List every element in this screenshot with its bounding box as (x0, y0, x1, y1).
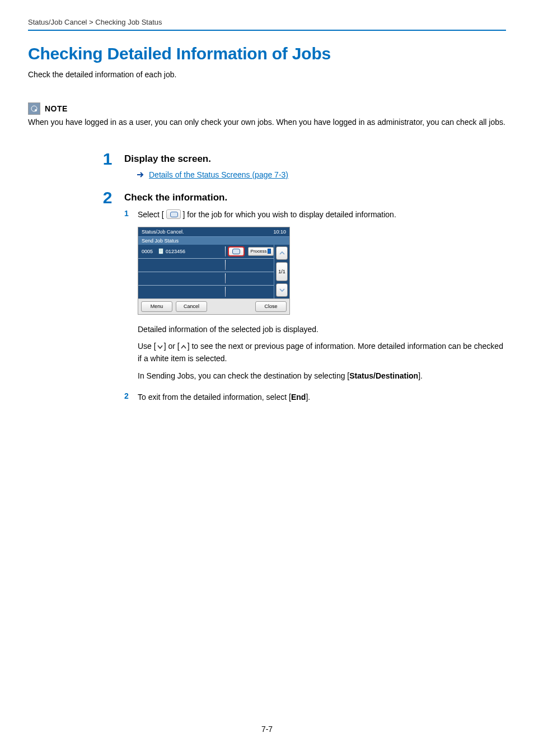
substep-1-pre: Select [ (138, 210, 164, 219)
panel-header: Status/Job Cancel. (142, 229, 184, 235)
cell-divider (225, 246, 226, 256)
nav-mid: ] or [ (164, 342, 180, 351)
substep-2-strong: End (291, 393, 306, 402)
flag-icon (268, 249, 271, 254)
step-number-1: 1 (101, 151, 114, 167)
status-label: Process (251, 249, 267, 254)
nav-paragraph: Use [] or [] to see the next or previous… (138, 340, 506, 365)
detail-icon (166, 209, 181, 219)
substep-2-post: ]. (306, 393, 310, 402)
send-pre: In Sending Jobs, you can check the desti… (138, 371, 349, 380)
job-doc: 0123456 (158, 248, 185, 254)
nav-post: ] to see the next or previous page of in… (138, 342, 503, 363)
table-row (138, 285, 274, 298)
table-row (138, 258, 274, 272)
note-icon (28, 102, 40, 115)
scroll-up-button[interactable] (276, 246, 288, 260)
job-id: 0005 (138, 249, 158, 254)
send-post: ]. (418, 371, 423, 380)
status-badge[interactable]: Process (248, 247, 274, 256)
chevron-down-icon (279, 288, 285, 292)
divider (28, 30, 506, 31)
arrow-right-icon (137, 171, 144, 178)
page-number: 7-7 (0, 725, 534, 734)
step-2-title: Check the information. (124, 192, 506, 203)
menu-button[interactable]: Menu (141, 301, 172, 312)
note-body: When you have logged in as a user, you c… (28, 117, 506, 128)
page-title: Checking Detailed Information of Jobs (28, 44, 506, 63)
pager: 1/1 (276, 262, 288, 281)
substep-2-pre: To exit from the detailed information, s… (138, 393, 291, 402)
detail-button[interactable] (228, 246, 245, 256)
nav-pre: Use [ (138, 342, 156, 351)
job-docname: 0123456 (166, 249, 185, 254)
chevron-up-icon (180, 342, 188, 353)
step-1-title: Display the screen. (124, 153, 506, 165)
send-strong: Status/Destination (349, 371, 418, 380)
send-paragraph: In Sending Jobs, you can check the desti… (138, 370, 506, 381)
substep-2-text: To exit from the detailed information, s… (138, 391, 506, 403)
table-row[interactable]: 0005 0123456 (138, 245, 274, 258)
cancel-button[interactable]: Cancel (176, 301, 207, 312)
detail-paragraph: Detailed information of the selected job… (138, 324, 506, 335)
status-panel: Status/Job Cancel. 10:10 Send Job Status… (138, 227, 290, 315)
note-label: NOTE (45, 104, 68, 113)
panel-time: 10:10 (273, 229, 286, 235)
status-screens-link[interactable]: Details of the Status Screens (page 7-3) (149, 170, 288, 179)
scroll-down-button[interactable] (276, 283, 288, 297)
breadcrumb: Status/Job Cancel > Checking Job Status (28, 18, 506, 26)
document-icon (158, 248, 164, 254)
close-button[interactable]: Close (255, 301, 287, 312)
substep-1-number: 1 (124, 209, 132, 218)
intro-text: Check the detailed information of each j… (28, 70, 506, 79)
substep-1-text: Select [ ] for the job for which you wis… (138, 209, 506, 220)
substep-2-number: 2 (124, 391, 132, 400)
step-number-2: 2 (101, 189, 114, 206)
chevron-down-icon (156, 342, 164, 353)
panel-tab[interactable]: Send Job Status (138, 236, 289, 245)
substep-1-post: ] for the job for which you wish to disp… (182, 210, 396, 219)
chevron-up-icon (279, 251, 285, 255)
table-row (138, 272, 274, 285)
svg-point-1 (35, 109, 37, 111)
